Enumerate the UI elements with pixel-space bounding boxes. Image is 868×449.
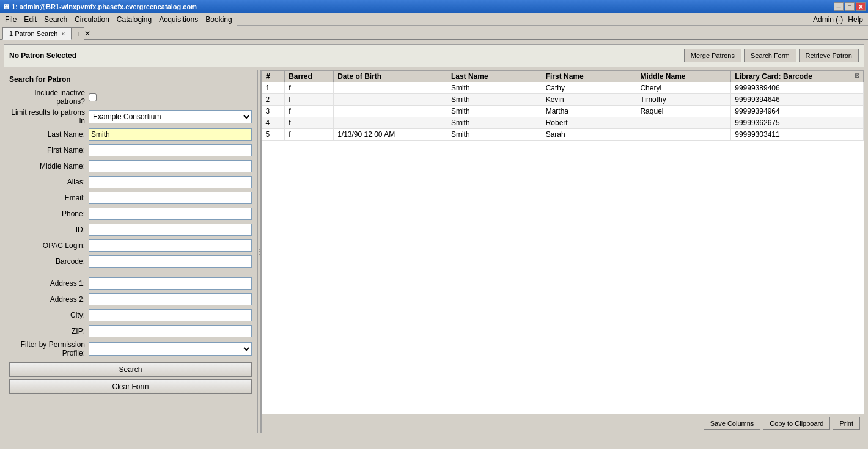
cell-barred: f: [285, 106, 334, 117]
cell-barred: f: [285, 94, 334, 106]
tab-patron-search[interactable]: 1 Patron Search ×: [2, 27, 72, 40]
tab-close-icon[interactable]: ×: [62, 31, 65, 37]
email-label: Email:: [9, 194, 89, 202]
limit-results-label: Limit results to patrons in: [9, 108, 89, 125]
print-button[interactable]: Print: [833, 417, 860, 430]
menu-file[interactable]: File: [1, 14, 20, 25]
cell-num: 4: [262, 117, 285, 129]
cell-firstname: Cathy: [542, 82, 636, 94]
email-input[interactable]: [89, 192, 252, 204]
menu-circulation[interactable]: Circulation: [71, 14, 113, 25]
results-bottom: Save Columns Copy to Clipboard Print: [262, 414, 864, 433]
zip-input[interactable]: [89, 325, 252, 337]
results-table: # Barred Date of Birth Last Name First N…: [262, 70, 864, 141]
table-row[interactable]: 2fSmithKevinTimothy99999394646: [262, 94, 864, 106]
col-header-dob: Date of Birth: [334, 71, 447, 82]
col-header-barred: Barred: [285, 71, 334, 82]
col-header-middlename: Middle Name: [636, 71, 731, 82]
table-row[interactable]: 5f1/13/90 12:00 AMSmithSarah99999303411: [262, 129, 864, 141]
menu-search[interactable]: Search: [40, 14, 71, 25]
col-resize-icon: ⊠: [855, 72, 859, 79]
tab-bar-close: ✕: [84, 29, 866, 39]
include-inactive-label: Include inactive patrons?: [9, 89, 89, 106]
cell-num: 3: [262, 106, 285, 117]
id-input[interactable]: [89, 224, 252, 236]
cell-barred: f: [285, 117, 334, 129]
alias-row: Alias:: [9, 175, 252, 189]
address2-row: Address 2:: [9, 293, 252, 306]
cell-dob: 1/13/90 12:00 AM: [334, 129, 447, 141]
cell-firstname: Martha: [542, 106, 636, 117]
last-name-input[interactable]: [89, 128, 252, 141]
retrieve-patron-button[interactable]: Retrieve Patron: [799, 49, 859, 62]
id-label: ID:: [9, 225, 89, 234]
barcode-input[interactable]: [89, 255, 252, 268]
menu-edit[interactable]: Edit: [20, 14, 40, 25]
admin-link[interactable]: Admin (-): [813, 15, 843, 24]
copy-to-clipboard-button[interactable]: Copy to Clipboard: [763, 417, 830, 430]
filter-permission-select[interactable]: [89, 342, 252, 356]
cell-dob: [334, 106, 447, 117]
search-panel: Search for Patron Include inactive patro…: [4, 70, 257, 433]
phone-input[interactable]: [89, 208, 252, 220]
merge-patrons-button[interactable]: Merge Patrons: [684, 49, 741, 62]
table-row[interactable]: 3fSmithMarthaRaquel99999394964: [262, 106, 864, 117]
city-label: City:: [9, 311, 89, 319]
table-header-row: # Barred Date of Birth Last Name First N…: [262, 71, 864, 82]
phone-label: Phone:: [9, 210, 89, 218]
first-name-input[interactable]: [89, 144, 252, 156]
top-panel: No Patron Selected Merge Patrons Search …: [4, 44, 864, 67]
cell-barred: f: [285, 82, 334, 94]
close-button[interactable]: ✕: [856, 2, 866, 11]
table-row[interactable]: 4fSmithRobert99999362675: [262, 117, 864, 129]
include-inactive-checkbox[interactable]: [89, 93, 97, 101]
search-button[interactable]: Search: [9, 362, 252, 377]
limit-results-row: Limit results to patrons in Example Cons…: [9, 108, 252, 125]
address2-label: Address 2:: [9, 295, 89, 304]
btn-area: Search Clear Form: [9, 362, 252, 394]
results-tbody: 1fSmithCathyCheryl999993894062fSmithKevi…: [262, 82, 864, 141]
cell-middlename: [636, 129, 731, 141]
menu-booking[interactable]: Booking: [202, 14, 235, 25]
menu-acquisitions[interactable]: Acquisitions: [155, 14, 202, 25]
search-form-button[interactable]: Search Form: [744, 49, 796, 62]
cell-lastname: Smith: [447, 94, 542, 106]
status-bar: [0, 436, 868, 449]
col-header-firstname: First Name: [542, 71, 636, 82]
minimize-button[interactable]: ─: [834, 2, 844, 11]
col-header-barcode: Library Card: Barcode ⊠: [731, 71, 864, 82]
middle-name-label: Middle Name:: [9, 162, 89, 170]
help-link[interactable]: Help: [848, 15, 863, 24]
cell-num: 2: [262, 94, 285, 106]
tab-add-button[interactable]: +: [72, 27, 84, 40]
middle-name-input[interactable]: [89, 160, 252, 172]
cell-middlename: Timothy: [636, 94, 731, 106]
barcode-label: Barcode:: [9, 257, 89, 266]
restore-button[interactable]: □: [845, 2, 855, 11]
title-bar: 🖥 1: admin@BR1-winxpvmfx.phasefx.evergre…: [0, 0, 868, 13]
address1-label: Address 1:: [9, 279, 89, 288]
city-input[interactable]: [89, 309, 252, 321]
results-table-container: # Barred Date of Birth Last Name First N…: [262, 70, 864, 414]
zip-label: ZIP:: [9, 327, 89, 335]
tab-label: 1 Patron Search: [9, 30, 58, 37]
table-row[interactable]: 1fSmithCathyCheryl99999389406: [262, 82, 864, 94]
col-header-num: #: [262, 71, 285, 82]
cell-middlename: Raquel: [636, 106, 731, 117]
save-columns-button[interactable]: Save Columns: [704, 417, 761, 430]
title-bar-icon: 🖥: [2, 3, 9, 10]
window-close-icon[interactable]: ✕: [84, 29, 90, 38]
title-bar-left: 🖥 1: admin@BR1-winxpvmfx.phasefx.evergre…: [2, 3, 197, 10]
menu-bar: File Edit Search Circulation Cataloging …: [0, 13, 237, 26]
opac-login-input[interactable]: [89, 239, 252, 252]
cell-dob: [334, 82, 447, 94]
cell-barcode: 99999362675: [731, 117, 864, 129]
menu-cataloging[interactable]: Cataloging: [113, 14, 155, 25]
address1-input[interactable]: [89, 277, 252, 290]
cell-barcode: 99999394646: [731, 94, 864, 106]
alias-input[interactable]: [89, 176, 252, 188]
address2-input[interactable]: [89, 293, 252, 305]
limit-results-select[interactable]: Example Consortium: [89, 110, 252, 123]
cell-lastname: Smith: [447, 106, 542, 117]
clear-form-button[interactable]: Clear Form: [9, 379, 252, 394]
